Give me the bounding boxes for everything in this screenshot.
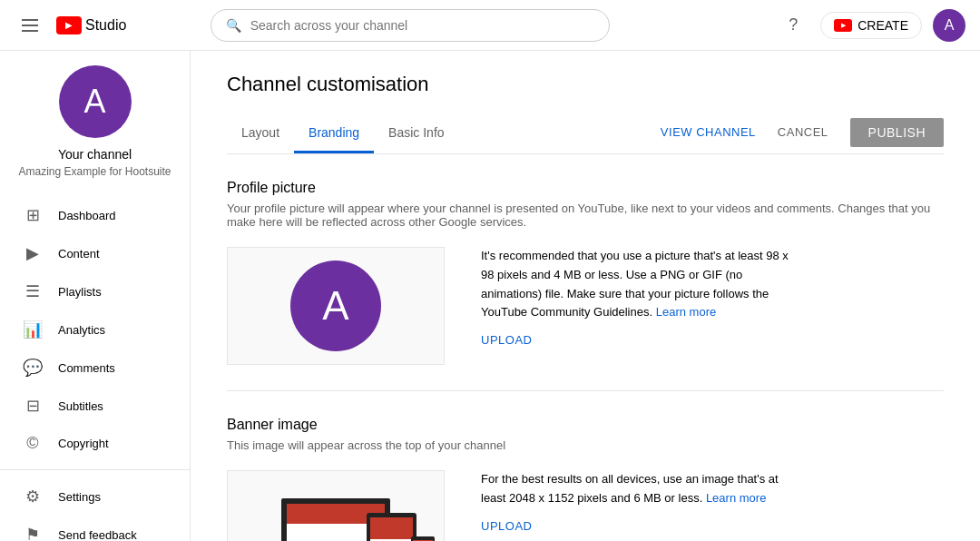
feedback-icon: ⚑ bbox=[22, 525, 44, 541]
content-icon: ▶ bbox=[22, 243, 44, 263]
main-content: Channel customisation Layout Branding Ba… bbox=[191, 51, 980, 541]
banner-info-text: For the best results on all devices, use… bbox=[481, 470, 789, 508]
profile-section-title: Profile picture bbox=[227, 180, 944, 196]
banner-section-title: Banner image bbox=[227, 417, 944, 433]
topnav-left: Studio bbox=[15, 12, 126, 39]
cancel-button[interactable]: CANCEL bbox=[767, 118, 839, 146]
view-channel-button[interactable]: VIEW CHANNEL bbox=[661, 125, 756, 139]
profile-pic-info-text: It's recommended that you use a picture … bbox=[481, 247, 789, 322]
search-icon: 🔍 bbox=[226, 18, 241, 33]
sidebar-divider bbox=[0, 469, 190, 470]
profile-pic-circle: A bbox=[290, 261, 381, 351]
sidebar: A Your channel Amazing Example for Hoots… bbox=[0, 51, 191, 541]
tab-layout[interactable]: Layout bbox=[227, 114, 294, 153]
banner-image-section: Banner image This image will appear acro… bbox=[227, 391, 944, 541]
sidebar-item-subtitles[interactable]: ⊟ Subtitles bbox=[0, 387, 190, 425]
profile-upload-link[interactable]: UPLOAD bbox=[481, 333, 532, 347]
topnav: Studio 🔍 ? CREATE A bbox=[0, 0, 980, 51]
hamburger-menu[interactable] bbox=[15, 12, 45, 39]
sidebar-item-label: Content bbox=[58, 247, 100, 261]
sidebar-profile: A Your channel Amazing Example for Hoots… bbox=[0, 65, 190, 196]
profile-pic-preview: A bbox=[227, 247, 445, 365]
tabs-actions: VIEW CHANNEL CANCEL PUBLISH bbox=[661, 118, 944, 151]
comments-icon: 💬 bbox=[22, 358, 44, 378]
phone-body bbox=[411, 536, 435, 541]
profile-pic-area: A It's recommended that you use a pictur… bbox=[227, 247, 944, 365]
copyright-icon: © bbox=[22, 434, 44, 453]
yt-logo-icon bbox=[56, 16, 82, 34]
user-avatar[interactable]: A bbox=[933, 9, 965, 42]
sidebar-item-analytics[interactable]: 📊 Analytics bbox=[0, 310, 190, 349]
sidebar-item-copyright[interactable]: © Copyright bbox=[0, 425, 190, 462]
profile-pic-info: It's recommended that you use a picture … bbox=[481, 247, 789, 347]
banner-section-subtitle: This image will appear across the top of… bbox=[227, 438, 935, 452]
sidebar-avatar[interactable]: A bbox=[59, 65, 132, 138]
banner-learn-more-link[interactable]: Learn more bbox=[706, 491, 766, 505]
sidebar-item-label: Subtitles bbox=[58, 399, 103, 413]
sidebar-nav: ⊞ Dashboard ▶ Content ☰ Playlists 📊 Anal… bbox=[0, 196, 190, 541]
create-button[interactable]: CREATE bbox=[820, 12, 922, 39]
sidebar-item-label: Copyright bbox=[58, 437, 109, 450]
sidebar-item-settings[interactable]: ⚙ Settings bbox=[0, 477, 190, 516]
subtitles-icon: ⊟ bbox=[22, 396, 44, 416]
yt-studio-text: Studio bbox=[85, 17, 126, 34]
create-icon bbox=[834, 19, 852, 32]
sidebar-item-label: Settings bbox=[58, 490, 101, 504]
sidebar-item-playlists[interactable]: ☰ Playlists bbox=[0, 272, 190, 310]
page-title: Channel customisation bbox=[227, 73, 944, 96]
publish-button[interactable]: PUBLISH bbox=[850, 118, 944, 147]
sidebar-item-send-feedback[interactable]: ⚑ Send feedback bbox=[0, 516, 190, 541]
sidebar-item-label: Send feedback bbox=[58, 528, 137, 542]
create-label: CREATE bbox=[858, 18, 908, 33]
banner-graphic bbox=[228, 471, 444, 541]
search-input[interactable] bbox=[250, 18, 594, 33]
app-body: A Your channel Amazing Example for Hoots… bbox=[0, 51, 980, 541]
tab-basic-info[interactable]: Basic info bbox=[374, 114, 458, 153]
banner-preview bbox=[227, 470, 445, 541]
sidebar-item-label: Analytics bbox=[58, 323, 105, 337]
tab-branding[interactable]: Branding bbox=[294, 114, 374, 153]
sidebar-item-comments[interactable]: 💬 Comments bbox=[0, 349, 190, 387]
sidebar-item-content[interactable]: ▶ Content bbox=[0, 234, 190, 272]
topnav-right: ? CREATE A bbox=[777, 9, 965, 42]
sidebar-item-label: Comments bbox=[58, 361, 115, 375]
dashboard-icon: ⊞ bbox=[22, 205, 44, 225]
sidebar-channel-name: Your channel bbox=[58, 147, 132, 162]
sidebar-item-dashboard[interactable]: ⊞ Dashboard bbox=[0, 196, 190, 234]
banner-pic-area: For the best results on all devices, use… bbox=[227, 470, 944, 541]
tabs: Layout Branding Basic info bbox=[227, 114, 459, 153]
settings-icon: ⚙ bbox=[22, 487, 44, 507]
profile-section-subtitle: Your profile picture will appear where y… bbox=[227, 202, 935, 229]
tablet-screen-banner bbox=[370, 517, 413, 539]
profile-picture-section: Profile picture Your profile picture wil… bbox=[227, 154, 944, 391]
profile-learn-more-link[interactable]: Learn more bbox=[656, 305, 716, 319]
tabs-bar: Layout Branding Basic info VIEW CHANNEL … bbox=[227, 114, 944, 154]
yt-studio-logo[interactable]: Studio bbox=[56, 16, 126, 34]
sidebar-item-label: Playlists bbox=[58, 285, 102, 299]
analytics-icon: 📊 bbox=[22, 320, 44, 339]
tablet-screen bbox=[370, 517, 413, 541]
banner-info: For the best results on all devices, use… bbox=[481, 470, 789, 533]
main-content-area: Channel customisation Layout Branding Ba… bbox=[191, 51, 980, 541]
sidebar-channel-subtitle: Amazing Example for Hootsuite bbox=[18, 165, 171, 178]
help-button[interactable]: ? bbox=[777, 9, 809, 42]
search-bar[interactable]: 🔍 bbox=[211, 9, 610, 42]
tablet-body bbox=[367, 513, 416, 541]
playlists-icon: ☰ bbox=[22, 281, 44, 301]
sidebar-item-label: Dashboard bbox=[58, 209, 116, 222]
banner-upload-link[interactable]: UPLOAD bbox=[481, 519, 532, 533]
